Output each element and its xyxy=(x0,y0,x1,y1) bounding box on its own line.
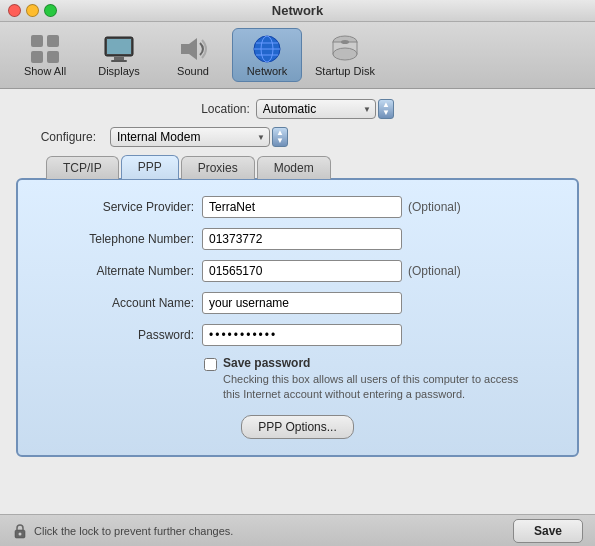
toolbar-item-sound[interactable]: Sound xyxy=(158,28,228,82)
svg-rect-5 xyxy=(107,39,131,54)
window-title: Network xyxy=(272,3,323,18)
tab-proxies[interactable]: Proxies xyxy=(181,156,255,179)
svg-point-16 xyxy=(333,48,357,60)
svg-marker-8 xyxy=(181,38,197,60)
password-row: Password: xyxy=(34,324,561,346)
lock-area[interactable]: Click the lock to prevent further change… xyxy=(12,523,513,539)
tab-ppp[interactable]: PPP xyxy=(121,155,179,179)
telephone-number-row: Telephone Number: xyxy=(34,228,561,250)
monitor-icon xyxy=(103,33,135,65)
account-name-row: Account Name: xyxy=(34,292,561,314)
minimize-button[interactable] xyxy=(26,4,39,17)
alternate-number-row: Alternate Number: (Optional) xyxy=(34,260,561,282)
save-button[interactable]: Save xyxy=(513,519,583,543)
alternate-number-optional: (Optional) xyxy=(408,264,461,278)
maximize-button[interactable] xyxy=(44,4,57,17)
configure-row: Configure: Internal Modem ▲▼ xyxy=(16,127,579,147)
window-controls[interactable] xyxy=(8,4,57,17)
location-arrow-icon[interactable]: ▲▼ xyxy=(378,99,394,119)
save-password-label: Save password xyxy=(223,356,523,370)
alternate-number-label: Alternate Number: xyxy=(34,264,194,278)
tabs-header: TCP/IP PPP Proxies Modem xyxy=(16,155,579,179)
svg-point-19 xyxy=(19,532,22,535)
save-password-row: Save password Checking this box allows a… xyxy=(204,356,561,403)
telephone-number-label: Telephone Number: xyxy=(34,232,194,246)
toolbar-item-show-all[interactable]: Show All xyxy=(10,28,80,82)
titlebar: Network xyxy=(0,0,595,22)
toolbar-item-network[interactable]: Network xyxy=(232,28,302,82)
svg-point-17 xyxy=(341,40,349,44)
tabs-container: TCP/IP PPP Proxies Modem Service Provide… xyxy=(16,155,579,457)
toolbar-label-displays: Displays xyxy=(98,65,140,77)
account-name-label: Account Name: xyxy=(34,296,194,310)
toolbar-item-startup-disk[interactable]: Startup Disk xyxy=(306,28,384,82)
password-input[interactable] xyxy=(202,324,402,346)
close-button[interactable] xyxy=(8,4,21,17)
save-password-desc: Checking this box allows all users of th… xyxy=(223,372,523,403)
tab-modem[interactable]: Modem xyxy=(257,156,331,179)
toolbar: Show All Displays Sound Network xyxy=(0,22,595,89)
lock-icon xyxy=(12,523,28,539)
save-password-checkbox[interactable] xyxy=(204,358,217,371)
tab-tcpip[interactable]: TCP/IP xyxy=(46,156,119,179)
location-label: Location: xyxy=(201,102,250,116)
svg-rect-0 xyxy=(31,35,43,47)
toolbar-item-displays[interactable]: Displays xyxy=(84,28,154,82)
svg-rect-6 xyxy=(114,57,124,60)
toolbar-label-network: Network xyxy=(247,65,287,77)
configure-arrow-icon[interactable]: ▲▼ xyxy=(272,127,288,147)
configure-select-wrap[interactable]: Internal Modem xyxy=(110,127,270,147)
location-select-wrap[interactable]: Automatic xyxy=(256,99,376,119)
lock-text: Click the lock to prevent further change… xyxy=(34,525,233,537)
svg-rect-2 xyxy=(31,51,43,63)
location-row: Location: Automatic ▲▼ xyxy=(16,99,579,119)
service-provider-optional: (Optional) xyxy=(408,200,461,214)
account-name-input[interactable] xyxy=(202,292,402,314)
toolbar-label-sound: Sound xyxy=(177,65,209,77)
service-provider-label: Service Provider: xyxy=(34,200,194,214)
save-password-text-block: Save password Checking this box allows a… xyxy=(223,356,523,403)
svg-rect-1 xyxy=(47,35,59,47)
ppp-panel: Service Provider: (Optional) Telephone N… xyxy=(16,178,579,457)
ppp-options-row: PPP Options... xyxy=(34,415,561,439)
disk-icon xyxy=(329,33,361,65)
toolbar-label-startup-disk: Startup Disk xyxy=(315,65,375,77)
configure-select[interactable]: Internal Modem xyxy=(110,127,270,147)
globe-icon xyxy=(251,33,283,65)
alternate-number-input[interactable] xyxy=(202,260,402,282)
grid-icon xyxy=(29,33,61,65)
bottom-bar: Click the lock to prevent further change… xyxy=(0,514,595,546)
password-label: Password: xyxy=(34,328,194,342)
svg-rect-7 xyxy=(111,60,127,62)
toolbar-label-show-all: Show All xyxy=(24,65,66,77)
service-provider-input[interactable] xyxy=(202,196,402,218)
telephone-number-input[interactable] xyxy=(202,228,402,250)
content-area: Location: Automatic ▲▼ Configure: Intern… xyxy=(0,89,595,467)
speaker-icon xyxy=(177,33,209,65)
svg-rect-3 xyxy=(47,51,59,63)
service-provider-row: Service Provider: (Optional) xyxy=(34,196,561,218)
configure-label: Configure: xyxy=(16,130,96,144)
location-select[interactable]: Automatic xyxy=(256,99,376,119)
ppp-options-button[interactable]: PPP Options... xyxy=(241,415,354,439)
